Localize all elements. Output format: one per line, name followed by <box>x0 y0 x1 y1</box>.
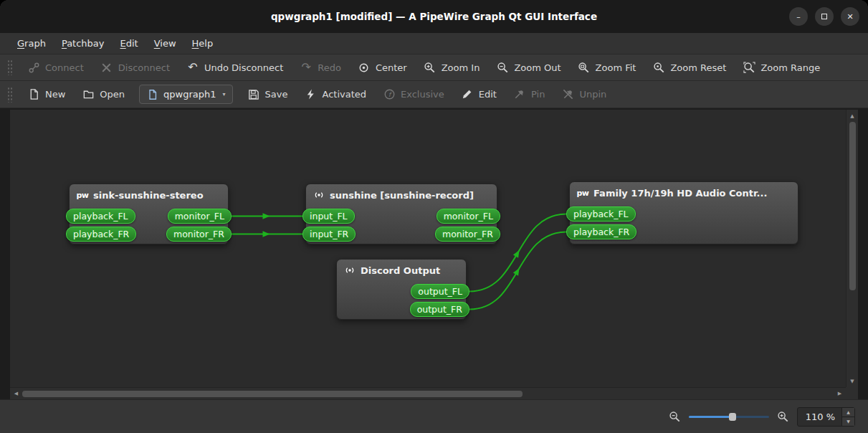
tool-label: Edit <box>479 89 497 100</box>
center-icon <box>358 61 371 74</box>
speaker-icon <box>344 265 356 276</box>
unpin-icon <box>561 88 574 101</box>
node-header: sunshine [sunshine-record] <box>306 184 497 203</box>
menu-graph[interactable]: Graph <box>10 36 53 51</box>
zoom-range-button[interactable]: Zoom Range <box>736 58 826 77</box>
new-button[interactable]: New <box>21 85 72 104</box>
zoom-reset-icon <box>652 61 665 74</box>
port-playback_FL[interactable]: playback_FL <box>566 206 636 222</box>
node-title: Discord Output <box>361 265 440 276</box>
port-monitor_FL[interactable]: monitor_FL <box>168 209 232 224</box>
edit-button[interactable]: Edit <box>454 85 503 104</box>
save-button[interactable]: Save <box>241 85 295 104</box>
spin-buttons: ▲ ▼ <box>841 408 854 426</box>
horizontal-scroll-thumb[interactable] <box>22 391 523 397</box>
port-playback_FL[interactable]: playback_FL <box>66 209 135 224</box>
menu-patchbay[interactable]: Patchbay <box>54 36 112 51</box>
window-title: qpwgraph1 [modified] — A PipeWire Graph … <box>271 11 597 22</box>
zoom-in-icon[interactable] <box>777 411 789 423</box>
toolbar-handle[interactable] <box>7 60 13 75</box>
port-monitor_FR[interactable]: monitor_FR <box>166 227 232 242</box>
undo-disconnect-button[interactable]: ↶Undo Disconnect <box>180 58 290 77</box>
disconnect-icon <box>100 61 113 74</box>
spin-down-button[interactable]: ▼ <box>842 417 854 426</box>
open-icon <box>82 88 95 101</box>
zoom-reset-button[interactable]: Zoom Reset <box>646 58 733 77</box>
tool-label: Zoom Range <box>760 62 820 73</box>
toolbar-graph: ConnectDisconnect↶Undo Disconnect↷RedoCe… <box>0 54 868 81</box>
vertical-scroll-track[interactable] <box>848 120 857 376</box>
tool-label: New <box>45 89 65 100</box>
toolbar-handle[interactable] <box>7 87 13 103</box>
speaker-icon <box>313 189 325 201</box>
titlebar[interactable]: qpwgraph1 [modified] — A PipeWire Graph … <box>0 0 868 33</box>
qpwgraph-window: qpwgraph1 [modified] — A PipeWire Graph … <box>0 0 868 433</box>
zoom-in-button[interactable]: Zoom In <box>417 58 487 77</box>
center-button[interactable]: Center <box>351 58 414 77</box>
node-title: sink-sunshine-stereo <box>93 190 204 201</box>
maximize-icon <box>821 14 827 19</box>
connections-layer <box>10 110 846 387</box>
port-monitor_FR[interactable]: monitor_FR <box>435 227 500 242</box>
tool-label: Zoom Reset <box>670 62 726 73</box>
open-button[interactable]: Open <box>75 85 131 104</box>
scroll-left-arrow-icon[interactable]: ◀ <box>11 389 21 399</box>
zoom-out-icon[interactable] <box>669 411 681 423</box>
scroll-right-arrow-icon[interactable]: ▶ <box>835 389 844 399</box>
port-playback_FR[interactable]: playback_FR <box>66 227 136 242</box>
tool-label: Activated <box>323 89 367 100</box>
zoom-spinbox[interactable]: 110 % ▲ ▼ <box>797 407 855 427</box>
activated-button[interactable]: Activated <box>298 85 373 104</box>
port-input_FL[interactable]: input_FL <box>302 209 355 224</box>
port-monitor_FL[interactable]: monitor_FL <box>437 209 500 224</box>
tool-label: Center <box>376 62 407 73</box>
tool-label: Zoom Fit <box>596 62 636 73</box>
menu-edit[interactable]: Edit <box>113 36 146 51</box>
zoom-out-button[interactable]: Zoom Out <box>490 58 567 77</box>
patchbay-select[interactable]: qpwgraph1▾ <box>139 85 232 104</box>
minimize-button[interactable]: – <box>789 7 808 26</box>
node-title: sunshine [sunshine-record] <box>330 190 474 201</box>
menu-view[interactable]: View <box>147 36 183 51</box>
tool-label: Redo <box>318 62 341 73</box>
zoom-slider[interactable] <box>689 411 769 422</box>
close-button[interactable]: ✕ <box>841 7 859 26</box>
exclusive-button: fExclusive <box>376 85 451 104</box>
node-header: pwsink-sunshine-stereo <box>70 184 228 203</box>
port-output_FR[interactable]: output_FR <box>410 302 469 317</box>
zoom-slider-thumb[interactable] <box>729 413 736 421</box>
zoom-fit-button[interactable]: Zoom Fit <box>571 58 643 77</box>
patchbay-file-icon <box>146 88 159 101</box>
edit-icon <box>461 88 474 101</box>
maximize-button[interactable] <box>815 7 834 26</box>
port-playback_FR[interactable]: playback_FR <box>566 224 636 239</box>
connect-icon <box>27 61 40 74</box>
node-discord-output[interactable]: Discord Outputoutput_FLoutput_FR <box>336 259 467 320</box>
node-sunshine-sunshine-record[interactable]: sunshine [sunshine-record]input_FLinput_… <box>305 184 497 244</box>
scroll-up-arrow-icon[interactable]: ▲ <box>848 111 857 120</box>
horizontal-scroll-track[interactable] <box>21 389 835 399</box>
port-input_FR[interactable]: input_FR <box>302 227 356 242</box>
graph-frame: pwsink-sunshine-stereoplayback_FLplaybac… <box>10 110 858 399</box>
vertical-scrollbar[interactable]: ▲ ▼ <box>846 110 858 387</box>
port-output_FL[interactable]: output_FL <box>411 284 469 299</box>
tool-label: Pin <box>531 89 545 100</box>
redo-icon: ↷ <box>300 61 313 74</box>
vertical-scroll-thumb[interactable] <box>849 122 856 290</box>
scroll-down-arrow-icon[interactable]: ▼ <box>848 376 857 386</box>
redo-button: ↷Redo <box>293 58 348 77</box>
tool-label: Exclusive <box>401 89 444 100</box>
menu-help[interactable]: Help <box>185 36 221 51</box>
zoom-range-icon <box>743 61 755 74</box>
tool-label: Connect <box>45 62 84 73</box>
spin-up-button[interactable]: ▲ <box>842 408 854 417</box>
graph-canvas[interactable]: pwsink-sunshine-stereoplayback_FLplaybac… <box>10 110 846 387</box>
connection-arrow-icon <box>263 213 270 219</box>
tool-label: Zoom In <box>442 62 480 73</box>
connect-button: Connect <box>21 58 90 77</box>
horizontal-scrollbar[interactable]: ◀ ▶ <box>10 387 846 399</box>
tool-label: Zoom Out <box>514 62 561 73</box>
new-icon <box>27 88 40 101</box>
node-family-17h-19h-hd-audio-contr[interactable]: pwFamily 17h/19h HD Audio Contr...playba… <box>569 181 798 244</box>
node-sink-sunshine-stereo[interactable]: pwsink-sunshine-stereoplayback_FLplaybac… <box>69 184 229 244</box>
